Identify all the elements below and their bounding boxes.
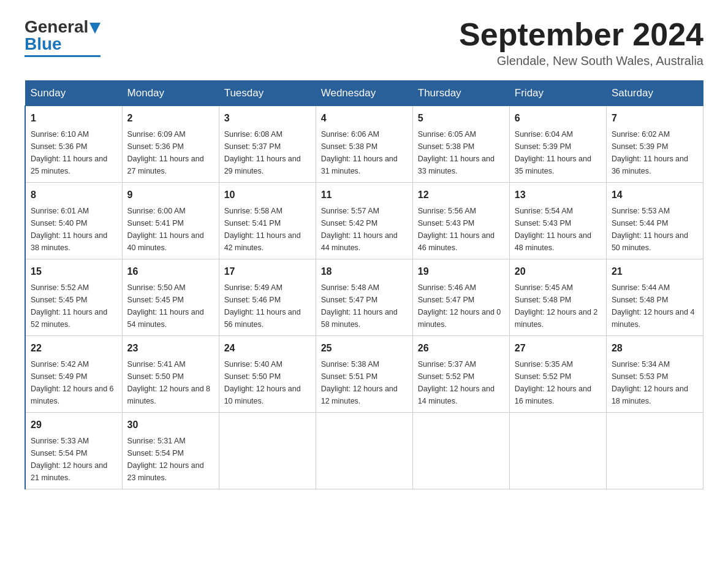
day-info: Sunrise: 5:49 AM Sunset: 5:46 PM Dayligh…: [224, 282, 311, 331]
calendar-week-row: 1 Sunrise: 6:10 AM Sunset: 5:36 PM Dayli…: [25, 106, 703, 183]
table-row: 26 Sunrise: 5:37 AM Sunset: 5:52 PM Dayl…: [412, 336, 509, 413]
table-row: [219, 413, 316, 489]
table-row: 7 Sunrise: 6:02 AM Sunset: 5:39 PM Dayli…: [606, 106, 703, 183]
table-row: 27 Sunrise: 5:35 AM Sunset: 5:52 PM Dayl…: [509, 336, 606, 413]
svg-marker-0: [89, 23, 100, 34]
table-row: 13 Sunrise: 5:54 AM Sunset: 5:43 PM Dayl…: [509, 183, 606, 259]
calendar-table: Sunday Monday Tuesday Wednesday Thursday…: [25, 80, 703, 489]
day-info: Sunrise: 5:56 AM Sunset: 5:43 PM Dayligh…: [418, 205, 504, 254]
day-info: Sunrise: 5:44 AM Sunset: 5:48 PM Dayligh…: [612, 282, 698, 331]
table-row: 29 Sunrise: 5:33 AM Sunset: 5:54 PM Dayl…: [25, 413, 122, 489]
col-friday: Friday: [509, 81, 606, 106]
day-number: 9: [127, 188, 214, 202]
day-number: 15: [31, 264, 117, 279]
day-info: Sunrise: 5:31 AM Sunset: 5:54 PM Dayligh…: [127, 435, 214, 484]
day-info: Sunrise: 5:34 AM Sunset: 5:53 PM Dayligh…: [612, 358, 698, 407]
table-row: 18 Sunrise: 5:48 AM Sunset: 5:47 PM Dayl…: [316, 259, 412, 336]
day-info: Sunrise: 6:05 AM Sunset: 5:38 PM Dayligh…: [418, 128, 504, 177]
day-number: 23: [127, 341, 214, 356]
day-number: 18: [321, 264, 408, 279]
logo-underline: [25, 55, 100, 57]
day-info: Sunrise: 5:35 AM Sunset: 5:52 PM Dayligh…: [515, 358, 601, 407]
location-text: Glendale, New South Wales, Australia: [459, 54, 703, 68]
table-row: 6 Sunrise: 6:04 AM Sunset: 5:39 PM Dayli…: [509, 106, 606, 183]
day-number: 21: [612, 264, 698, 279]
logo: General Blue: [25, 18, 100, 57]
day-number: 2: [127, 111, 214, 126]
table-row: 8 Sunrise: 6:01 AM Sunset: 5:40 PM Dayli…: [25, 183, 122, 259]
col-wednesday: Wednesday: [316, 81, 412, 106]
day-info: Sunrise: 6:10 AM Sunset: 5:36 PM Dayligh…: [31, 128, 117, 177]
table-row: 17 Sunrise: 5:49 AM Sunset: 5:46 PM Dayl…: [219, 259, 316, 336]
table-row: 5 Sunrise: 6:05 AM Sunset: 5:38 PM Dayli…: [412, 106, 509, 183]
table-row: [412, 413, 509, 489]
calendar-week-row: 15 Sunrise: 5:52 AM Sunset: 5:45 PM Dayl…: [25, 259, 703, 336]
day-info: Sunrise: 5:33 AM Sunset: 5:54 PM Dayligh…: [31, 435, 117, 484]
col-thursday: Thursday: [412, 81, 509, 106]
day-number: 27: [515, 341, 601, 356]
day-info: Sunrise: 5:57 AM Sunset: 5:42 PM Dayligh…: [321, 205, 408, 254]
calendar-week-row: 22 Sunrise: 5:42 AM Sunset: 5:49 PM Dayl…: [25, 336, 703, 413]
day-info: Sunrise: 6:06 AM Sunset: 5:38 PM Dayligh…: [321, 128, 408, 177]
day-info: Sunrise: 5:58 AM Sunset: 5:41 PM Dayligh…: [224, 205, 311, 254]
title-area: September 2024 Glendale, New South Wales…: [459, 18, 703, 68]
day-number: 22: [31, 341, 117, 356]
day-info: Sunrise: 6:04 AM Sunset: 5:39 PM Dayligh…: [515, 128, 601, 177]
day-info: Sunrise: 6:02 AM Sunset: 5:39 PM Dayligh…: [612, 128, 698, 177]
table-row: [606, 413, 703, 489]
day-number: 25: [321, 341, 408, 356]
calendar-week-row: 8 Sunrise: 6:01 AM Sunset: 5:40 PM Dayli…: [25, 183, 703, 259]
day-info: Sunrise: 6:09 AM Sunset: 5:36 PM Dayligh…: [127, 128, 214, 177]
day-info: Sunrise: 5:54 AM Sunset: 5:43 PM Dayligh…: [515, 205, 601, 254]
table-row: 19 Sunrise: 5:46 AM Sunset: 5:47 PM Dayl…: [412, 259, 509, 336]
table-row: 28 Sunrise: 5:34 AM Sunset: 5:53 PM Dayl…: [606, 336, 703, 413]
table-row: 24 Sunrise: 5:40 AM Sunset: 5:50 PM Dayl…: [219, 336, 316, 413]
day-number: 12: [418, 188, 504, 202]
day-info: Sunrise: 5:37 AM Sunset: 5:52 PM Dayligh…: [418, 358, 504, 407]
day-info: Sunrise: 5:53 AM Sunset: 5:44 PM Dayligh…: [612, 205, 698, 254]
day-info: Sunrise: 5:41 AM Sunset: 5:50 PM Dayligh…: [127, 358, 214, 407]
day-number: 19: [418, 264, 504, 279]
day-info: Sunrise: 6:08 AM Sunset: 5:37 PM Dayligh…: [224, 128, 311, 177]
day-number: 28: [612, 341, 698, 356]
table-row: 23 Sunrise: 5:41 AM Sunset: 5:50 PM Dayl…: [122, 336, 219, 413]
day-info: Sunrise: 5:52 AM Sunset: 5:45 PM Dayligh…: [31, 282, 117, 331]
table-row: [509, 413, 606, 489]
day-info: Sunrise: 5:46 AM Sunset: 5:47 PM Dayligh…: [418, 282, 504, 331]
day-number: 29: [31, 418, 117, 432]
day-number: 3: [224, 111, 311, 126]
day-number: 8: [31, 188, 117, 202]
day-info: Sunrise: 5:42 AM Sunset: 5:49 PM Dayligh…: [31, 358, 117, 407]
day-number: 16: [127, 264, 214, 279]
table-row: 22 Sunrise: 5:42 AM Sunset: 5:49 PM Dayl…: [25, 336, 122, 413]
table-row: 10 Sunrise: 5:58 AM Sunset: 5:41 PM Dayl…: [219, 183, 316, 259]
day-number: 20: [515, 264, 601, 279]
day-number: 30: [127, 418, 214, 432]
table-row: 12 Sunrise: 5:56 AM Sunset: 5:43 PM Dayl…: [412, 183, 509, 259]
day-number: 7: [612, 111, 698, 126]
day-info: Sunrise: 5:38 AM Sunset: 5:51 PM Dayligh…: [321, 358, 408, 407]
day-number: 10: [224, 188, 311, 202]
day-info: Sunrise: 6:01 AM Sunset: 5:40 PM Dayligh…: [31, 205, 117, 254]
day-info: Sunrise: 6:00 AM Sunset: 5:41 PM Dayligh…: [127, 205, 214, 254]
table-row: 9 Sunrise: 6:00 AM Sunset: 5:41 PM Dayli…: [122, 183, 219, 259]
day-number: 26: [418, 341, 504, 356]
day-info: Sunrise: 5:48 AM Sunset: 5:47 PM Dayligh…: [321, 282, 408, 331]
table-row: [316, 413, 412, 489]
calendar-header-row: Sunday Monday Tuesday Wednesday Thursday…: [25, 81, 703, 106]
col-monday: Monday: [122, 81, 219, 106]
day-number: 4: [321, 111, 408, 126]
logo-text: General: [25, 18, 100, 36]
col-tuesday: Tuesday: [219, 81, 316, 106]
table-row: 3 Sunrise: 6:08 AM Sunset: 5:37 PM Dayli…: [219, 106, 316, 183]
day-info: Sunrise: 5:40 AM Sunset: 5:50 PM Dayligh…: [224, 358, 311, 407]
day-number: 13: [515, 188, 601, 202]
table-row: 21 Sunrise: 5:44 AM Sunset: 5:48 PM Dayl…: [606, 259, 703, 336]
day-number: 24: [224, 341, 311, 356]
table-row: 1 Sunrise: 6:10 AM Sunset: 5:36 PM Dayli…: [25, 106, 122, 183]
table-row: 16 Sunrise: 5:50 AM Sunset: 5:45 PM Dayl…: [122, 259, 219, 336]
table-row: 15 Sunrise: 5:52 AM Sunset: 5:45 PM Dayl…: [25, 259, 122, 336]
day-number: 5: [418, 111, 504, 126]
day-info: Sunrise: 5:50 AM Sunset: 5:45 PM Dayligh…: [127, 282, 214, 331]
calendar-week-row: 29 Sunrise: 5:33 AM Sunset: 5:54 PM Dayl…: [25, 413, 703, 489]
